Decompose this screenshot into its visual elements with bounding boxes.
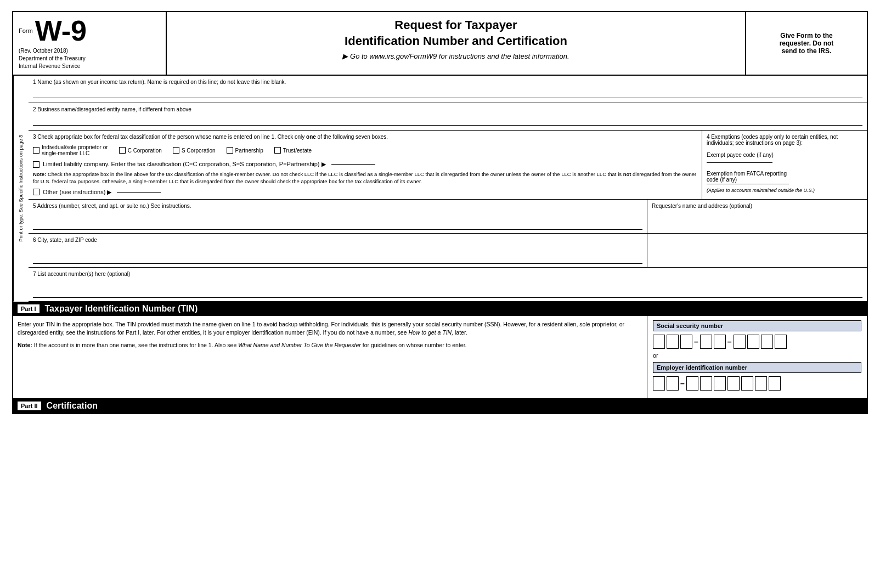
checkbox-individual-box[interactable] [33,147,40,154]
right-text-line2: requester. Do not [780,39,834,47]
row-4: 4 Exemptions (codes apply only to certai… [702,131,867,199]
line6-input[interactable] [33,253,642,264]
part1-header: Part I Taxpayer Identification Number (T… [13,302,867,316]
ssn-digit-1[interactable] [653,335,665,349]
row-5-right: Requester's name and address (optional) [647,200,867,233]
checkbox-other-box[interactable] [33,189,40,195]
sidebar-label: Print or type. See Specific Instructions… [13,76,29,302]
line1-input[interactable] [33,87,862,98]
part1-text: Enter your TIN in the appropriate box. T… [13,316,647,398]
w9-form: Form W-9 (Rev. October 2018) Department … [12,11,868,414]
ssn-digit-8[interactable] [761,335,773,349]
ssn-digit-5[interactable] [714,335,726,349]
checkbox-llc-box[interactable] [33,161,40,168]
other-row: Other (see instructions) ▶ [33,189,697,196]
part1-tin: Social security number – – or Employer i… [647,316,867,398]
line7-input[interactable] [33,287,862,298]
form-fields: 1 Name (as shown on your income tax retu… [29,76,867,302]
line6-label: 6 City, state, and ZIP code [33,237,642,243]
llc-label: Limited liability company. Enter the tax… [43,161,326,168]
line3-label: 3 Check appropriate box for federal tax … [33,134,697,140]
checkbox-c-corp: C Corporation [119,147,162,154]
line5-input[interactable] [33,219,642,230]
line5-cell: 5 Address (number, street, and apt. or s… [29,200,647,233]
part1-note: Note: If the account is in more than one… [18,341,642,349]
header-center: Request for Taxpayer Identification Numb… [167,12,746,75]
or-text: or [653,352,861,359]
ssn-digit-4[interactable] [700,335,712,349]
note-label: Note: [33,171,46,177]
ein-digit-7[interactable] [741,376,753,391]
other-input-line[interactable] [117,192,161,193]
ein-title: Employer identification number [653,362,861,373]
ssn-digit-3[interactable] [680,335,692,349]
checkbox-s-corp-box[interactable] [173,147,179,154]
part1-badge: Part I [18,304,40,313]
part1-description: Enter your TIN in the appropriate box. T… [18,320,642,337]
part1-body: Enter your TIN in the appropriate box. T… [13,316,867,399]
main-subtitle: ▶ Go to www.irs.gov/FormW9 for instructi… [178,52,734,60]
checkbox-c-corp-box[interactable] [119,147,126,154]
note-text: Note: Check the appropriate box in the l… [33,171,697,185]
ein-digit-5[interactable] [714,376,726,391]
line3-text: 3 Check appropriate box for federal tax … [33,134,388,140]
ssn-title: Social security number [653,320,861,331]
ssn-digit-2[interactable] [667,335,679,349]
ein-digit-1[interactable] [653,376,665,391]
right-text-line1: Give Form to the [780,32,834,39]
ssn-digit-6[interactable] [734,335,746,349]
form-body: Print or type. See Specific Instructions… [13,76,867,302]
llc-input-line[interactable] [331,164,375,165]
checkbox-trust-box[interactable] [274,147,281,154]
checkbox-trust: Trust/estate [274,147,312,154]
form-label: Form [19,27,33,34]
ein-dash: – [680,379,685,388]
checkbox-partnership-box[interactable] [227,147,233,154]
row-6: 6 City, state, and ZIP code [29,234,867,268]
ein-digit-6[interactable] [727,376,740,391]
checkboxes-area: Individual/sole proprietor orsingle-memb… [33,144,697,196]
form-header: Form W-9 (Rev. October 2018) Department … [13,12,867,76]
fatca-input[interactable] [707,184,789,184]
fatca-label: Exemption from FATCA reportingcode (if a… [707,171,862,183]
rev-date: (Rev. October 2018) [19,47,160,55]
ssn-dash-1: – [694,337,698,346]
header-left: Form W-9 (Rev. October 2018) Department … [13,12,167,75]
ssn-digit-7[interactable] [747,335,759,349]
line5-right-label: Requester's name and address (optional) [652,203,862,209]
part2-header: Part II Certification [13,399,867,413]
main-title-line1: Request for Taxpayer [178,18,734,33]
header-sub: (Rev. October 2018) Department of the Tr… [19,47,160,70]
ssn-dash-2: – [727,337,732,346]
part1-title: Taxpayer Identification Number (TIN) [45,304,198,314]
ein-digit-3[interactable] [686,376,698,391]
checkbox-partnership: Partnership [227,147,263,154]
row-3: 3 Check appropriate box for federal tax … [29,131,702,199]
checkbox-c-corp-label: C Corporation [128,148,162,154]
exempt-payee-input[interactable] [707,162,772,163]
checkbox-individual-label: Individual/sole proprietor orsingle-memb… [42,144,108,156]
irs: Internal Revenue Service [19,63,160,70]
ssn-digit-9[interactable] [775,335,787,349]
ein-digit-8[interactable] [755,376,767,391]
line5-label: 5 Address (number, street, and apt. or s… [33,203,642,209]
ein-boxes: – [653,376,861,391]
line2-input[interactable] [33,115,862,126]
ein-digit-9[interactable] [769,376,781,391]
ein-digit-2[interactable] [667,376,679,391]
row-3-4: 3 Check appropriate box for federal tax … [29,131,867,200]
line1-label: 1 Name (as shown on your income tax retu… [33,79,862,85]
part2-title: Certification [47,401,98,411]
other-label: Other (see instructions) ▶ [43,189,111,196]
fatca-applies: (Applies to accounts maintained outside … [707,188,862,193]
dept: Department of the Treasury [19,55,160,63]
form-number: W-9 [35,16,87,45]
ssn-boxes: – – [653,335,861,349]
right-text-line3: send to the IRS. [780,47,834,55]
line6-left: 6 City, state, and ZIP code [29,234,647,267]
ein-digit-4[interactable] [700,376,712,391]
exempt-payee-label: Exempt payee code (if any) [707,152,862,158]
part2-badge: Part II [18,402,41,410]
row-5-left: 5 Address (number, street, and apt. or s… [29,200,647,233]
header-right: Give Form to the requester. Do not send … [746,12,867,75]
